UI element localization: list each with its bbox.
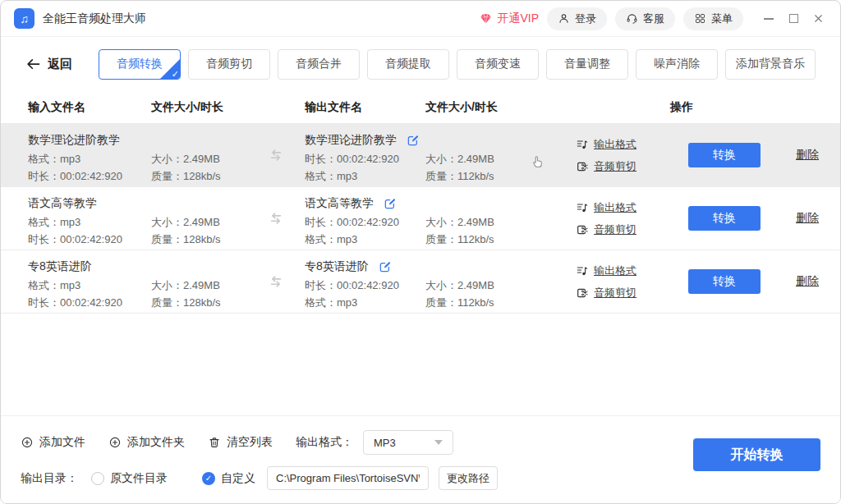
cut-icon <box>576 223 589 236</box>
delete-link[interactable]: 删除 <box>796 274 819 289</box>
convert-button[interactable]: 转换 <box>688 269 761 294</box>
header-input-size: 文件大小/时长 <box>151 100 223 115</box>
edit-icon[interactable] <box>379 260 392 273</box>
radio-original-dir[interactable]: 原文件目录 <box>91 471 168 486</box>
selected-format: MP3 <box>374 437 396 449</box>
app-logo-icon: ♫ <box>14 8 34 29</box>
output-file-name: 数学理论进阶教学 <box>305 133 397 148</box>
close-button[interactable] <box>806 7 830 31</box>
output-format-label: 输出格式： <box>296 435 353 450</box>
add-file-button[interactable]: 添加文件 <box>21 435 85 450</box>
titlebar: ♫ 全能王音频处理大师 开通VIP 登录 客服 菜单 <box>1 1 840 37</box>
convert-button[interactable]: 转换 <box>688 206 761 231</box>
gem-icon <box>479 11 493 25</box>
swap-arrows-icon <box>268 210 284 227</box>
audio-cut-link[interactable]: 音频剪切 <box>576 222 688 237</box>
tab-volume-adjust[interactable]: 音量调整 <box>546 49 628 80</box>
table-row: 语文高等教学 格式：mp3 时长：00:02:42:920 大小：2.49MB … <box>1 187 840 250</box>
edit-icon[interactable] <box>384 197 397 210</box>
tab-audio-speed[interactable]: 音频变速 <box>457 49 539 80</box>
output-format-link[interactable]: 输出格式 <box>576 263 688 278</box>
add-folder-button[interactable]: 添加文件夹 <box>108 435 185 450</box>
input-file-name: 语文高等教学 <box>28 193 151 213</box>
tab-audio-merge[interactable]: 音频合并 <box>278 49 360 80</box>
swap-arrows-icon <box>268 147 284 163</box>
output-format-select[interactable]: MP3 <box>363 430 453 455</box>
swap-arrows-icon <box>268 273 284 290</box>
tab-bar: 音频转换✓ 音频剪切 音频合并 音频提取 音频变速 音量调整 噪声消除 添加背景… <box>99 49 816 80</box>
minimize-icon <box>764 18 774 20</box>
output-path-input[interactable] <box>267 466 429 490</box>
input-file-name: 数学理论进阶教学 <box>28 130 151 150</box>
back-arrow-icon <box>25 57 41 72</box>
header-output-size: 文件大小/时长 <box>425 100 498 115</box>
header-output-name: 输出文件名 <box>305 100 362 115</box>
output-format-link[interactable]: 输出格式 <box>576 137 688 152</box>
headset-icon <box>626 12 638 25</box>
plus-circle-icon <box>108 436 122 449</box>
grid-menu-icon <box>694 12 706 25</box>
tab-add-bgm[interactable]: 添加背景音乐 <box>725 49 816 80</box>
tab-audio-extract[interactable]: 音频提取 <box>367 49 449 80</box>
change-path-button[interactable]: 更改路径 <box>439 466 498 490</box>
music-note-icon: ♫ <box>20 12 29 25</box>
tab-noise-removal[interactable]: 噪声消除 <box>636 49 718 80</box>
edit-icon[interactable] <box>407 134 420 147</box>
delete-link[interactable]: 删除 <box>796 211 819 226</box>
playlist-music-icon <box>576 138 589 151</box>
tab-audio-cut[interactable]: 音频剪切 <box>188 49 270 80</box>
output-file-name: 专8英语进阶 <box>305 259 369 274</box>
convert-button[interactable]: 转换 <box>688 143 761 167</box>
clear-list-button[interactable]: 清空列表 <box>208 435 273 450</box>
app-window: ♫ 全能王音频处理大师 开通VIP 登录 客服 菜单 <box>0 0 841 504</box>
audio-cut-link[interactable]: 音频剪切 <box>576 286 688 300</box>
start-convert-button[interactable]: 开始转换 <box>693 438 820 471</box>
customer-service-button[interactable]: 客服 <box>615 7 675 30</box>
tab-audio-convert[interactable]: 音频转换✓ <box>99 49 181 80</box>
input-file-name: 专8英语进阶 <box>28 256 151 277</box>
footer-row-output-dir: 输出目录： 原文件目录 自定义 更改路径 <box>21 466 498 490</box>
radio-checked-icon <box>202 472 215 485</box>
titlebar-actions: 开通VIP 登录 客服 菜单 <box>479 7 830 31</box>
footer-row-tools: 添加文件 添加文件夹 清空列表 输出格式： MP3 <box>21 430 453 455</box>
table-row: 数学理论进阶教学 格式：mp3 时长：00:02:42:920 大小：2.49M… <box>1 124 840 187</box>
footer-toolbar: 添加文件 添加文件夹 清空列表 输出格式： MP3 输出目录： 原文件目录 自定… <box>1 415 840 503</box>
check-icon: ✓ <box>172 69 179 80</box>
back-button[interactable]: 返回 <box>25 57 72 72</box>
output-file-name: 语文高等教学 <box>305 196 374 211</box>
menu-button[interactable]: 菜单 <box>683 7 743 30</box>
login-button[interactable]: 登录 <box>547 7 607 30</box>
chevron-down-icon <box>434 440 443 445</box>
window-controls <box>756 7 830 31</box>
output-format-link[interactable]: 输出格式 <box>576 200 688 215</box>
nav-bar: 返回 音频转换✓ 音频剪切 音频合并 音频提取 音频变速 音量调整 噪声消除 添… <box>1 37 840 91</box>
delete-link[interactable]: 删除 <box>796 148 819 163</box>
trash-icon <box>208 436 221 449</box>
close-icon <box>812 12 825 25</box>
app-title: 全能王音频处理大师 <box>43 11 146 26</box>
user-icon <box>558 12 570 25</box>
radio-unchecked-icon <box>91 472 104 485</box>
output-dir-label: 输出目录： <box>21 471 78 486</box>
plus-circle-icon <box>21 436 34 449</box>
playlist-music-icon <box>576 264 589 277</box>
table-header: 输入文件名 文件大小/时长 输出文件名 文件大小/时长 操作 <box>1 91 840 124</box>
vip-button[interactable]: 开通VIP <box>479 11 539 26</box>
header-actions: 操作 <box>670 100 693 115</box>
table-row: 专8英语进阶 格式：mp3 时长：00:02:42:920 大小：2.49MB … <box>1 250 840 314</box>
maximize-button[interactable] <box>781 7 806 31</box>
radio-custom-dir[interactable]: 自定义 <box>202 471 255 486</box>
header-input-name: 输入文件名 <box>28 100 85 115</box>
cut-icon <box>576 160 589 173</box>
minimize-button[interactable] <box>756 7 781 31</box>
playlist-music-icon <box>576 201 589 214</box>
cut-icon <box>576 286 589 300</box>
maximize-icon <box>789 14 798 23</box>
audio-cut-link[interactable]: 音频剪切 <box>576 159 688 174</box>
